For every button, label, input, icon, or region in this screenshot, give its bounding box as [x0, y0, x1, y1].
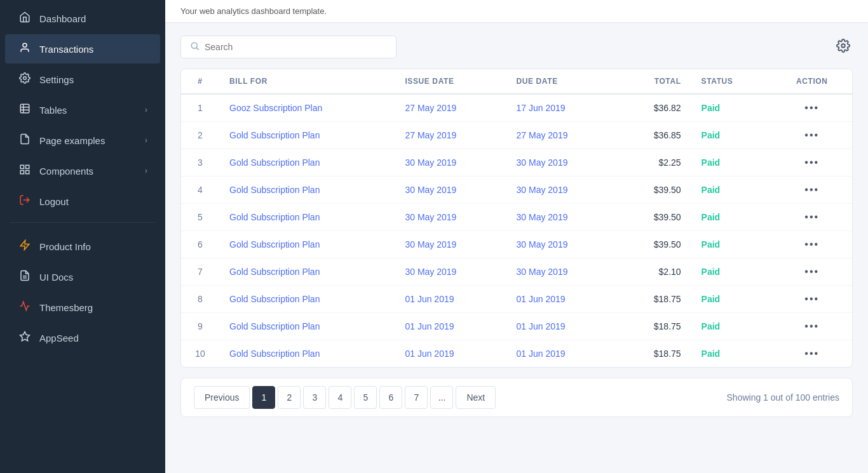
ui-docs-icon [18, 270, 32, 284]
dashboard-icon [18, 11, 32, 25]
sidebar-item-tables[interactable]: Tables › [5, 95, 160, 124]
pagination-page-7[interactable]: 7 [405, 386, 428, 409]
sidebar-item-logout[interactable]: Logout [5, 187, 160, 216]
action-menu-button[interactable]: ••• [804, 211, 819, 222]
cell-num: 8 [181, 286, 219, 313]
cell-status: Paid [691, 204, 772, 231]
cell-action[interactable]: ••• [771, 313, 852, 340]
cell-total: $2.10 [618, 258, 691, 286]
action-menu-button[interactable]: ••• [804, 130, 819, 140]
pagination-page-3[interactable]: 3 [303, 386, 326, 409]
appseed-icon [18, 331, 32, 345]
table-row: 8 Gold Subscription Plan 01 Jun 2019 01 … [181, 286, 852, 313]
svg-point-17 [841, 44, 845, 48]
cell-billfor[interactable]: Gold Subscription Plan [219, 149, 395, 177]
svg-marker-14 [20, 332, 30, 341]
sidebar-item-appseed[interactable]: AppSeed [5, 323, 160, 352]
col-header-due_date: DUE DATE [506, 69, 618, 94]
main-header: Your web analytics dashboard template. [165, 0, 868, 23]
cell-action[interactable]: ••• [771, 204, 852, 231]
pagination-page-2[interactable]: 2 [278, 386, 301, 409]
cell-status: Paid [691, 94, 772, 122]
cell-action[interactable]: ••• [771, 149, 852, 177]
action-menu-button[interactable]: ••• [804, 102, 819, 113]
action-menu-button[interactable]: ••• [804, 348, 819, 359]
settings-gear-button[interactable] [834, 36, 853, 58]
pagination-page-1[interactable]: 1 [252, 386, 275, 409]
table-body: 1 Gooz Subscription Plan 27 May 2019 17 … [181, 94, 852, 367]
action-menu-button[interactable]: ••• [804, 239, 819, 250]
cell-action[interactable]: ••• [771, 286, 852, 313]
svg-rect-2 [20, 104, 29, 113]
cell-billfor[interactable]: Gold Subscription Plan [219, 313, 395, 340]
transactions-table: #BILL FORISSUE DATEDUE DATETOTALSTATUSAC… [181, 69, 852, 367]
cell-billfor[interactable]: Gold Subscription Plan [219, 204, 395, 231]
cell-billfor[interactable]: Gold Subscription Plan [219, 231, 395, 258]
cell-total: $36.85 [618, 122, 691, 149]
cell-billfor[interactable]: Gold Subscription Plan [219, 340, 395, 368]
action-menu-button[interactable]: ••• [804, 157, 819, 168]
action-menu-button[interactable]: ••• [804, 266, 819, 277]
cell-action[interactable]: ••• [771, 258, 852, 286]
cell-billfor[interactable]: Gold Subscription Plan [219, 286, 395, 313]
pagination-page-6[interactable]: 6 [379, 386, 402, 409]
toolbar [180, 36, 853, 58]
cell-due-date: 01 Jun 2019 [506, 313, 618, 340]
cell-action[interactable]: ••• [771, 177, 852, 204]
cell-num: 3 [181, 149, 219, 177]
table-header: #BILL FORISSUE DATEDUE DATETOTALSTATUSAC… [181, 69, 852, 94]
sidebar-label-dashboard: Dashboard [39, 13, 147, 24]
cell-total: $18.75 [618, 286, 691, 313]
sidebar-item-components[interactable]: Components › [5, 156, 160, 185]
action-menu-button[interactable]: ••• [804, 321, 819, 331]
sidebar-label-product-info: Product Info [39, 241, 147, 252]
col-header-issue_date: ISSUE DATE [395, 69, 506, 94]
sidebar-item-transactions[interactable]: Transactions [5, 34, 160, 63]
cell-due-date: 30 May 2019 [506, 231, 618, 258]
cell-action[interactable]: ••• [771, 122, 852, 149]
sidebar-item-themesberg[interactable]: Themesberg [5, 293, 160, 322]
cell-due-date: 30 May 2019 [506, 204, 618, 231]
action-menu-button[interactable]: ••• [804, 184, 819, 195]
cell-billfor[interactable]: Gold Subscription Plan [219, 177, 395, 204]
chevron-icon: › [145, 136, 147, 145]
cell-action[interactable]: ••• [771, 340, 852, 368]
cell-billfor[interactable]: Gold Subscription Plan [219, 122, 395, 149]
cell-billfor[interactable]: Gold Subscription Plan [219, 258, 395, 286]
sidebar-item-dashboard[interactable]: Dashboard [5, 4, 160, 33]
svg-rect-9 [20, 171, 24, 174]
sidebar-label-ui-docs: UI Docs [39, 272, 147, 283]
action-menu-button[interactable]: ••• [804, 293, 819, 304]
cell-total: $36.82 [618, 94, 691, 122]
page-examples-icon [18, 133, 32, 147]
transactions-icon [18, 42, 32, 56]
cell-num: 4 [181, 177, 219, 204]
cell-action[interactable]: ••• [771, 94, 852, 122]
pagination-prev-button[interactable]: Previous [194, 386, 250, 409]
content-area: #BILL FORISSUE DATEDUE DATETOTALSTATUSAC… [165, 23, 868, 473]
cell-issue-date: 01 Jun 2019 [395, 286, 506, 313]
pagination-page-4[interactable]: 4 [329, 386, 351, 409]
product-info-icon [18, 239, 32, 253]
sidebar-label-appseed: AppSeed [39, 333, 147, 343]
search-box [180, 36, 397, 58]
cell-num: 9 [181, 313, 219, 340]
sidebar-item-product-info[interactable]: Product Info [5, 232, 160, 261]
cell-total: $39.50 [618, 231, 691, 258]
cell-issue-date: 30 May 2019 [395, 149, 506, 177]
pagination-next-button[interactable]: Next [456, 386, 496, 409]
sidebar-item-page-examples[interactable]: Page examples › [5, 126, 160, 155]
cell-issue-date: 01 Jun 2019 [395, 340, 506, 368]
cell-billfor[interactable]: Gooz Subscription Plan [219, 94, 395, 122]
sidebar-item-ui-docs[interactable]: UI Docs [5, 262, 160, 291]
sidebar-label-tables: Tables [39, 105, 137, 116]
svg-line-16 [196, 48, 198, 50]
pagination-page-5[interactable]: 5 [354, 386, 377, 409]
cell-action[interactable]: ••• [771, 231, 852, 258]
sidebar-item-settings[interactable]: Settings [5, 65, 160, 94]
cell-status: Paid [691, 313, 772, 340]
chevron-icon: › [145, 166, 147, 175]
cell-due-date: 01 Jun 2019 [506, 286, 618, 313]
search-input[interactable] [205, 42, 387, 52]
cell-issue-date: 27 May 2019 [395, 122, 506, 149]
